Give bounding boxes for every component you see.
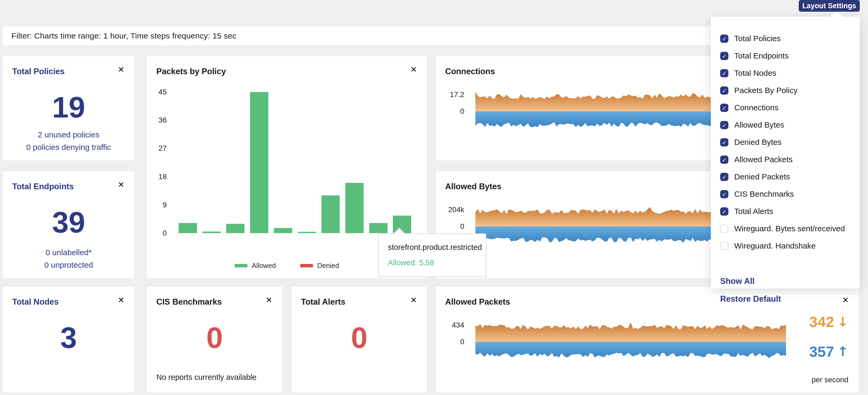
bar-allowed-4[interactable] [274,228,292,233]
bar-allowed-8[interactable] [369,223,388,233]
y-axis-tick: 9 [151,201,167,209]
dropdown-item-label: Denied Packets [734,172,790,181]
card-allowed-packets: Allowed Packets ✕ 434 0 342 ↓ 357 ↑ per … [435,286,859,393]
card-total-nodes: Total Nodes ✕ 3 [2,286,135,393]
checkbox-checked-icon[interactable]: ✓ [720,156,728,164]
checkbox-checked-icon[interactable]: ✓ [720,104,728,112]
tooltip-policy-name: storefront.product.restricted [388,243,482,252]
checkbox-checked-icon[interactable]: ✓ [720,52,728,60]
dropdown-item-total-nodes[interactable]: ✓Total Nodes [720,67,855,79]
dropdown-item-label: Connections [734,103,779,112]
dropdown-item-total-policies[interactable]: ✓Total Policies [720,33,855,45]
y-axis-tick: 0 [151,229,167,237]
y-max-label: 17.2 [441,91,464,98]
dropdown-item-label: Allowed Bytes [734,120,784,130]
dropdown-item-label: Total Alerts [734,207,773,216]
dropdown-item-label: Total Nodes [734,68,776,78]
dropdown-item-connections[interactable]: ✓Connections [720,102,855,113]
legend-label: Allowed [252,261,276,270]
card-title: Total Endpoints [12,182,74,191]
card-total-alerts: Total Alerts ✕ 0 [291,286,427,393]
checkbox-unchecked-icon[interactable] [720,242,728,250]
legend-swatch-icon [300,264,313,267]
show-all-link[interactable]: Show All [720,277,755,286]
bar-allowed-6[interactable] [321,195,340,233]
unprotected-text[interactable]: 0 unprotected [3,261,134,269]
checkbox-unchecked-icon[interactable] [720,225,728,233]
card-title: Allowed Packets [445,297,510,307]
card-title: Total Policies [12,67,65,76]
checkbox-checked-icon[interactable]: ✓ [720,34,728,43]
total-endpoints-value: 39 [3,207,134,237]
checkbox-checked-icon[interactable]: ✓ [720,190,728,198]
y-max-label: 204k [441,206,464,214]
total-policies-value: 19 [3,92,134,122]
dropdown-item-total-alerts[interactable]: ✓Total Alerts [720,205,855,217]
dropdown-item-wireguard-bytes-sent-received[interactable]: Wireguard. Bytes sent/received [720,223,855,234]
close-icon[interactable]: ✕ [118,181,124,189]
checkbox-checked-icon[interactable]: ✓ [720,173,728,181]
dropdown-item-cis-benchmarks[interactable]: ✓CIS Benchmarks [720,188,855,200]
card-title: CIS Benchmarks [156,297,222,307]
close-icon[interactable]: ✕ [118,296,124,304]
arrow-up-icon: ↑ [837,344,848,359]
close-icon[interactable]: ✕ [842,296,849,304]
y-max-label: 434 [441,321,464,329]
dropdown-item-packets-by-policy[interactable]: ✓Packets By Policy [720,85,855,96]
area-chart [475,321,786,361]
dropdown-item-label: Wireguard. Bytes sent/received [734,224,845,233]
dropdown-item-total-endpoints[interactable]: ✓Total Endpoints [720,50,855,62]
rate-unit-label: per second [811,375,848,384]
dropdown-item-label: CIS Benchmarks [734,190,794,199]
tooltip-allowed-value: Allowed: 5.58 [388,258,434,267]
dropdown-item-allowed-bytes[interactable]: ✓Allowed Bytes [720,119,855,131]
checkbox-checked-icon[interactable]: ✓ [720,138,728,146]
y-axis-tick: 45 [151,88,167,96]
card-title: Connections [445,67,495,76]
card-title: Total Nodes [12,297,59,307]
bar-allowed-0[interactable] [179,223,197,233]
dropdown-caret [830,10,843,24]
rate-received-value: 342 [809,313,834,331]
checkbox-checked-icon[interactable]: ✓ [720,86,728,95]
bar-allowed-3[interactable] [250,92,268,233]
dropdown-item-denied-packets[interactable]: ✓Denied Packets [720,171,855,182]
close-icon[interactable]: ✕ [410,296,417,304]
unlabelled-text[interactable]: 0 unlabelled* [3,248,134,257]
dropdown-item-wireguard-handshake[interactable]: Wireguard. Handshake [720,240,855,252]
checkbox-checked-icon[interactable]: ✓ [720,121,728,129]
rate-sent: 357 ↑ [809,343,848,360]
y-axis-tick: 36 [151,116,167,124]
dropdown-item-label: Total Policies [734,34,781,43]
bar-allowed-1[interactable] [203,231,221,233]
legend-label: Denied [317,261,339,270]
close-icon[interactable]: ✕ [118,66,124,74]
close-icon[interactable]: ✕ [266,296,272,304]
card-title: Total Alerts [301,297,345,307]
checkbox-checked-icon[interactable]: ✓ [720,207,728,216]
card-total-endpoints: Total Endpoints ✕ 39 0 unlabelled* 0 unp… [2,171,135,279]
legend-swatch-icon [235,264,247,267]
bar-allowed-5[interactable] [298,232,316,233]
denying-policies-text[interactable]: 0 policies denying traffic [3,143,134,151]
restore-default-link[interactable]: Restore Default [720,294,781,304]
layout-settings-button[interactable]: Layout Settings [799,0,860,12]
dropdown-item-label: Wireguard. Handshake [734,242,816,250]
unused-policies-text[interactable]: 2 unused policies [3,131,134,139]
bar-allowed-2[interactable] [226,224,245,233]
chart-tooltip: storefront.product.restricted Allowed: 5… [378,233,486,277]
filter-text: Filter: Charts time range: 1 hour, Time … [11,31,237,40]
dropdown-item-label: Allowed Packets [734,155,793,164]
arrow-down-icon: ↓ [837,314,848,330]
total-alerts-value: 0 [291,323,427,353]
dropdown-item-denied-bytes[interactable]: ✓Denied Bytes [720,136,855,148]
rate-sent-value: 357 [809,343,834,360]
total-nodes-value: 3 [3,323,134,353]
dropdown-item-label: Denied Bytes [734,138,781,147]
dropdown-item-allowed-packets[interactable]: ✓Allowed Packets [720,153,855,165]
checkbox-checked-icon[interactable]: ✓ [720,69,728,77]
y-axis-tick: 27 [151,144,167,152]
bar-allowed-7[interactable] [345,183,364,233]
y-zero-label: 0 [441,223,464,230]
card-cis-benchmarks: CIS Benchmarks ✕ 0 No reports currently … [147,286,283,393]
